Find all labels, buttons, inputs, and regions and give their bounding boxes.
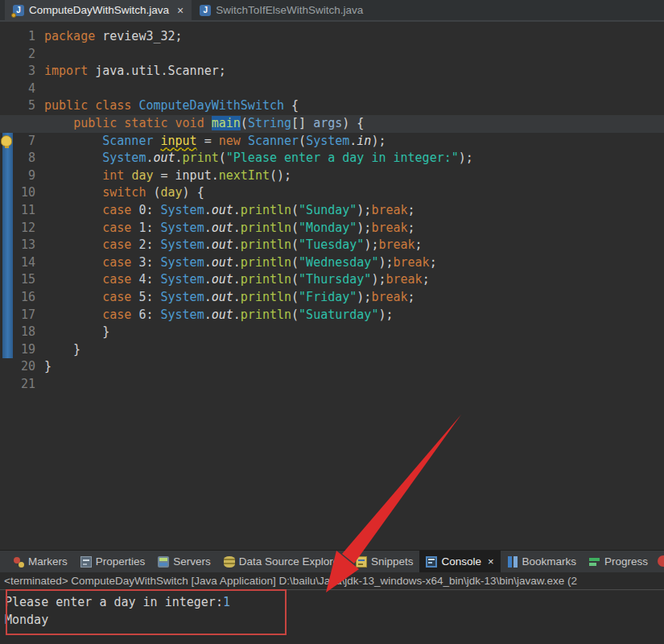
code-line: case 5: System.out.println("Friday");bre…: [44, 289, 664, 307]
code-token: String: [248, 116, 291, 130]
line-number[interactable]: 9: [0, 167, 42, 185]
code-token: .: [233, 221, 241, 235]
warning-lightbulb-icon[interactable]: [1, 135, 12, 147]
code-token: :: [146, 237, 160, 252]
console-output[interactable]: Please enter a day in integer:1Monday: [0, 591, 664, 644]
code-token: ;: [408, 203, 415, 217]
code-editor[interactable]: 123456789101112131415161718192021 packag…: [0, 23, 664, 550]
code-token: case: [102, 255, 131, 270]
code-token: System: [306, 134, 349, 148]
code-token: println: [241, 221, 291, 235]
view-tab-bar: MarkersPropertiesServersData Source Expl…: [0, 550, 664, 572]
view-tab-bookmarks[interactable]: Bookmarks: [501, 551, 584, 572]
view-tab-markers[interactable]: Markers: [6, 551, 74, 572]
view-tab-servers[interactable]: Servers: [151, 551, 217, 572]
code-token: (: [291, 237, 299, 252]
code-token: ;: [430, 255, 437, 270]
code-token: System: [102, 151, 146, 165]
view-tab-label: Data Source Explorer: [239, 555, 343, 568]
code-token: nextInt: [219, 168, 270, 183]
code-token: public class: [44, 98, 138, 113]
code-token: day: [161, 185, 183, 200]
view-tab-snippets[interactable]: Snippets: [349, 551, 420, 572]
code-token: "Please enter a day in integer:": [226, 151, 459, 165]
code-token: .: [204, 203, 212, 217]
line-number[interactable]: 3: [0, 63, 42, 80]
code-line: public static void main(String[] args) {: [0, 115, 664, 133]
line-number[interactable]: 10: [0, 184, 42, 202]
code-token: :: [146, 308, 160, 322]
view-tab-console[interactable]: Console×: [419, 551, 500, 572]
code-token: .: [233, 203, 241, 217]
line-number[interactable]: 17: [0, 307, 42, 324]
line-number[interactable]: 1: [0, 28, 42, 46]
close-icon[interactable]: ×: [177, 5, 184, 16]
view-tab-label: Markers: [28, 555, 68, 568]
progress-icon: [589, 556, 600, 568]
code-line: public class ComputeDayWithSwitch {: [44, 97, 664, 115]
line-number[interactable]: 20: [0, 358, 42, 376]
code-token: = input.: [153, 168, 218, 183]
view-tab-data-source-explorer[interactable]: Data Source Explorer: [217, 551, 349, 572]
code-token: [153, 134, 160, 148]
code-token: System: [161, 290, 204, 304]
line-number[interactable]: 16: [0, 289, 42, 307]
line-number[interactable]: 7: [0, 133, 42, 151]
console-line: Please enter a day in integer:1: [5, 593, 664, 611]
code-token: break: [371, 290, 407, 304]
java-file-icon: J: [13, 5, 24, 16]
code-token: out: [153, 151, 175, 165]
line-number[interactable]: 15: [0, 271, 42, 289]
snippets-icon: [356, 556, 367, 568]
code-token: [44, 308, 102, 322]
editor-gutter[interactable]: 123456789101112131415161718192021: [0, 23, 42, 550]
console-line: Monday: [5, 611, 664, 629]
editor-tab-0[interactable]: JComputeDayWithSwitch.java×: [5, 0, 192, 20]
code-token: [44, 237, 102, 252]
code-token: .: [175, 151, 183, 165]
line-number[interactable]: 21: [0, 376, 42, 394]
code-token: );: [371, 134, 386, 148]
code-token: );: [357, 221, 371, 235]
line-number[interactable]: 11: [0, 202, 42, 220]
bookmarks-icon: [507, 556, 518, 568]
editor-tab-1[interactable]: JSwitchToIfElseWithSwitch.java: [192, 0, 371, 20]
code-token: );: [459, 151, 473, 165]
line-number[interactable]: 2: [0, 46, 42, 64]
code-line: case 6: System.out.println("Suaturday");: [44, 307, 664, 324]
code-token: "Thursday": [299, 272, 371, 287]
code-token: ComputeDayWithSwitch: [138, 98, 284, 113]
code-token: }: [44, 359, 52, 374]
code-token: Scanner: [102, 134, 153, 148]
code-token: .: [233, 308, 241, 322]
clipped-view-icon: [658, 555, 664, 567]
code-token: ) {: [183, 185, 204, 200]
code-token: []: [291, 116, 313, 130]
line-number[interactable]: 18: [0, 324, 42, 341]
code-token: System: [161, 203, 204, 217]
line-number[interactable]: 14: [0, 254, 42, 272]
code-token: );: [364, 237, 378, 252]
code-token: [44, 290, 102, 304]
line-number[interactable]: 19: [0, 341, 42, 359]
line-number[interactable]: 8: [0, 150, 42, 167]
line-number[interactable]: 4: [0, 80, 42, 98]
properties-icon: [80, 556, 92, 568]
console-text: Monday: [5, 613, 48, 627]
code-text-area[interactable]: package review3_32;import java.util.Scan…: [44, 28, 664, 393]
view-tab-properties[interactable]: Properties: [74, 551, 152, 572]
view-tab-label: Servers: [173, 555, 211, 568]
code-line: }: [44, 324, 664, 341]
console-user-input: 1: [223, 595, 230, 609]
code-token: println: [241, 272, 291, 287]
code-token: public static void: [73, 116, 212, 130]
code-token: .: [349, 134, 357, 148]
line-number[interactable]: 5: [0, 97, 42, 115]
line-number[interactable]: 13: [0, 237, 42, 254]
code-token: );: [378, 308, 393, 322]
view-tab-progress[interactable]: Progress: [583, 551, 654, 572]
code-token: :: [146, 221, 160, 235]
line-number[interactable]: 12: [0, 220, 42, 237]
code-token: print: [183, 151, 219, 165]
close-icon[interactable]: ×: [488, 555, 494, 568]
